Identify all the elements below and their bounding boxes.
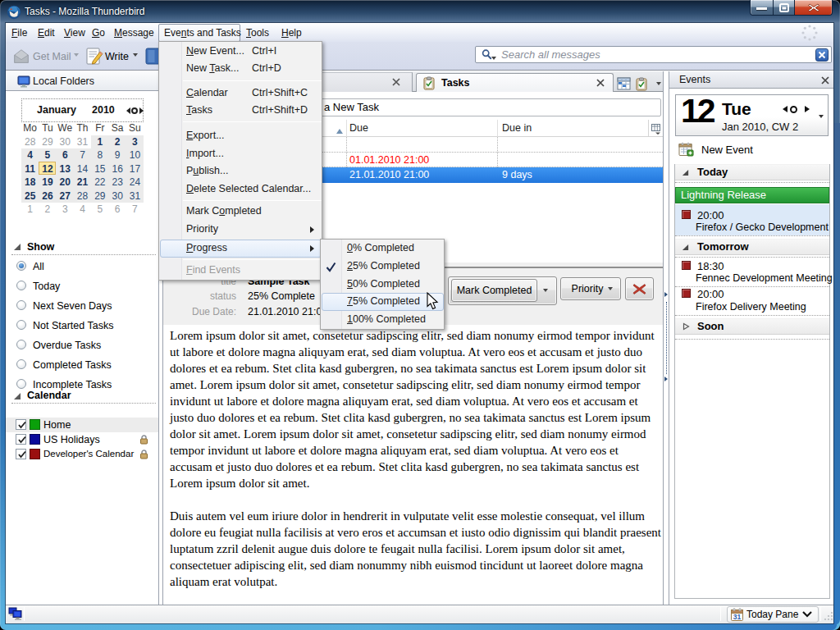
svg-text:31: 31 <box>733 613 742 621</box>
